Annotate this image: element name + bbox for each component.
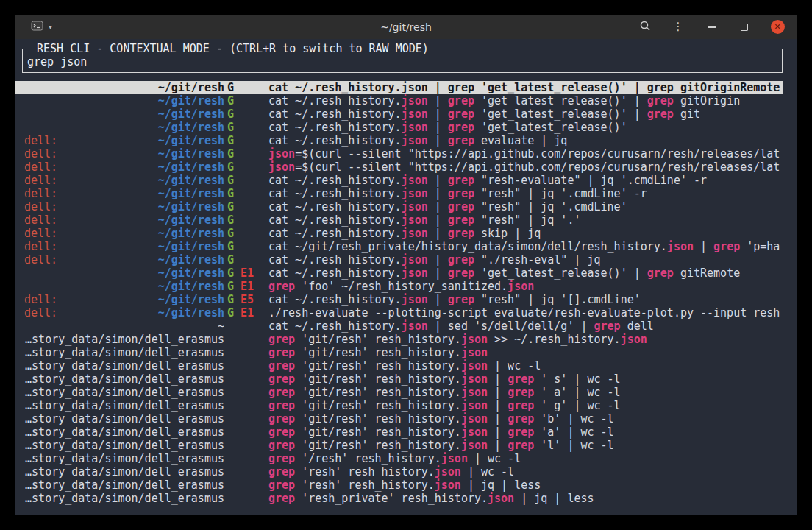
row-flag: G [227, 280, 234, 293]
row-command: grep 'git/resh' resh_history.json | grep… [268, 425, 614, 439]
history-row[interactable]: …story_data/simon/dell_erasmusgrep 'git/… [15, 412, 783, 425]
history-row[interactable]: ~/git/reshGcat ~/.resh_history.json | gr… [15, 107, 783, 121]
history-row[interactable]: dell:~/git/reshG E5cat ~/.resh_history.j… [15, 293, 783, 306]
minimize-icon [708, 26, 716, 28]
kebab-menu-icon: ⋮ [673, 21, 684, 32]
row-command: cat ~/.resh_history.json | sed 's/dell/d… [268, 319, 654, 333]
row-host-dir: …story_data/simon/dell_erasmus [24, 478, 224, 492]
history-row[interactable]: dell:~/git/reshGjson=$(curl --silent "ht… [15, 147, 783, 160]
menu-button[interactable]: ⋮ [671, 20, 685, 35]
history-row[interactable]: dell:~/git/reshGcat ~/.resh_history.json… [15, 253, 783, 266]
history-row[interactable]: ~cat ~/.resh_history.json | sed 's/dell/… [15, 319, 783, 333]
row-flags: G E1 [227, 266, 260, 280]
row-directory: ~/git/resh [158, 121, 224, 134]
history-row[interactable]: …story_data/simon/dell_erasmusgrep 'git/… [15, 399, 783, 412]
row-flag: G [227, 174, 234, 187]
row-directory: …story_data/simon/dell_erasmus [25, 465, 224, 478]
row-directory: …story_data/simon/dell_erasmus [25, 439, 224, 452]
row-directory: ~/git/resh [158, 266, 224, 280]
row-flag: G [227, 200, 234, 213]
history-row[interactable]: dell:~/git/reshGcat ~/.resh_history.json… [15, 174, 783, 187]
row-host-dir: …story_data/simon/dell_erasmus [24, 359, 224, 372]
history-row[interactable]: …story_data/simon/dell_erasmusgrep 'git/… [15, 425, 783, 439]
history-row[interactable]: …story_data/simon/dell_erasmusgrep 'git/… [15, 372, 783, 386]
history-row[interactable]: …story_data/simon/dell_erasmusgrep 'resh… [15, 465, 783, 478]
search-icon [639, 20, 651, 35]
row-host-dir: dell:~/git/resh [24, 240, 224, 253]
row-host: dell: [24, 174, 57, 187]
history-row[interactable]: ~/git/reshGcat ~/.resh_history.json | gr… [15, 81, 783, 94]
history-row[interactable]: …story_data/simon/dell_erasmusgrep 'git/… [15, 359, 783, 372]
row-host-dir: …story_data/simon/dell_erasmus [24, 333, 224, 346]
row-host-dir: …story_data/simon/dell_erasmus [24, 452, 224, 465]
history-row[interactable]: dell:~/git/reshGcat ~/.resh_history.json… [15, 227, 783, 240]
history-row[interactable]: dell:~/git/reshGcat ~/.resh_history.json… [15, 134, 783, 147]
row-host-dir: dell:~/git/resh [24, 306, 224, 319]
row-command: json=$(curl --silent "https://api.github… [268, 160, 780, 174]
row-flags: G [227, 187, 260, 200]
history-row[interactable]: dell:~/git/reshGjson=$(curl --silent "ht… [15, 160, 783, 174]
history-row[interactable]: dell:~/git/reshGcat ~/.resh_history.json… [15, 213, 783, 227]
row-flag: E1 [241, 266, 254, 280]
row-directory: …story_data/simon/dell_erasmus [25, 452, 224, 465]
history-row[interactable]: ~/git/reshGcat ~/.resh_history.json | gr… [15, 121, 783, 134]
row-flag: E1 [241, 306, 254, 319]
history-row[interactable]: dell:~/git/reshGcat ~/.resh_history.json… [15, 200, 783, 213]
restore-button[interactable] [737, 20, 752, 35]
row-host-dir: dell:~/git/resh [24, 227, 224, 240]
row-flag: E5 [241, 293, 254, 306]
history-row[interactable]: ~/git/reshG E1cat ~/.resh_history.json |… [15, 266, 783, 280]
row-flags: G [227, 134, 260, 147]
row-directory: ~/git/resh [158, 293, 224, 306]
row-command: cat ~/.resh_history.json | grep 'get_lat… [268, 81, 780, 94]
row-host-dir: …story_data/simon/dell_erasmus [24, 399, 224, 412]
history-row[interactable]: dell:~/git/reshG E1./resh-evaluate --plo… [15, 306, 783, 319]
row-directory: …story_data/simon/dell_erasmus [25, 399, 224, 412]
row-host: dell: [24, 253, 57, 266]
history-row[interactable]: …story_data/simon/dell_erasmusgrep 'git/… [15, 346, 783, 359]
row-flag: G [227, 147, 234, 160]
row-directory: …story_data/simon/dell_erasmus [25, 412, 224, 425]
row-flag: G [227, 213, 234, 227]
row-flags: G [227, 94, 260, 107]
history-row[interactable]: ~/git/reshGcat ~/.resh_history.json | gr… [15, 94, 783, 107]
row-directory: ~/git/resh [158, 187, 224, 200]
history-row[interactable]: dell:~/git/reshGcat ~/git/resh_private/h… [15, 240, 783, 253]
row-host-dir: dell:~/git/resh [24, 174, 224, 187]
row-command: cat ~/.resh_history.json | grep "resh-ev… [268, 174, 707, 187]
row-host-dir: ~ [24, 319, 224, 333]
history-row[interactable]: …story_data/simon/dell_erasmusgrep 'resh… [15, 478, 783, 492]
row-host-dir: …story_data/simon/dell_erasmus [24, 439, 224, 452]
row-host: dell: [24, 240, 57, 253]
row-directory: ~/git/resh [158, 107, 224, 121]
minimize-button[interactable] [704, 20, 719, 35]
row-flag: G [227, 134, 234, 147]
row-directory: ~/git/resh [158, 253, 224, 266]
row-directory: …story_data/simon/dell_erasmus [25, 346, 224, 359]
search-button[interactable] [638, 20, 652, 35]
row-host: dell: [24, 160, 57, 174]
row-flags: G [227, 160, 260, 174]
search-panel: RESH CLI - CONTEXTUAL MODE - (CTRL+R to … [22, 49, 783, 73]
history-row[interactable]: ~/git/reshG E1grep 'foo' ~/resh_history_… [15, 280, 783, 293]
row-host: dell: [24, 213, 57, 227]
row-host-dir: …story_data/simon/dell_erasmus [24, 372, 224, 386]
row-directory: ~/git/resh [158, 200, 224, 213]
row-directory: ~/git/resh [158, 174, 224, 187]
history-row[interactable]: …story_data/simon/dell_erasmusgrep 'git/… [15, 386, 783, 399]
row-host-dir: ~/git/resh [24, 94, 224, 107]
row-command: json=$(curl --silent "https://api.github… [268, 147, 780, 160]
row-command: grep 'git/resh' resh_history.json | wc -… [268, 359, 541, 372]
row-host-dir: …story_data/simon/dell_erasmus [24, 465, 224, 478]
history-row[interactable]: …story_data/simon/dell_erasmusgrep 'resh… [15, 492, 783, 505]
history-row[interactable]: …story_data/simon/dell_erasmusgrep 'git/… [15, 439, 783, 452]
row-directory: ~/git/resh [158, 227, 224, 240]
row-flags: G [227, 200, 260, 213]
row-flag: G [227, 107, 234, 121]
history-row[interactable]: dell:~/git/reshGcat ~/.resh_history.json… [15, 187, 783, 200]
close-button[interactable]: ✕ [770, 20, 785, 35]
history-row[interactable]: …story_data/simon/dell_erasmusgrep '/res… [15, 452, 783, 465]
row-directory: ~/git/resh [158, 280, 224, 293]
new-terminal-button[interactable]: ▾ [15, 20, 52, 34]
history-row[interactable]: …story_data/simon/dell_erasmusgrep 'git/… [15, 333, 783, 346]
